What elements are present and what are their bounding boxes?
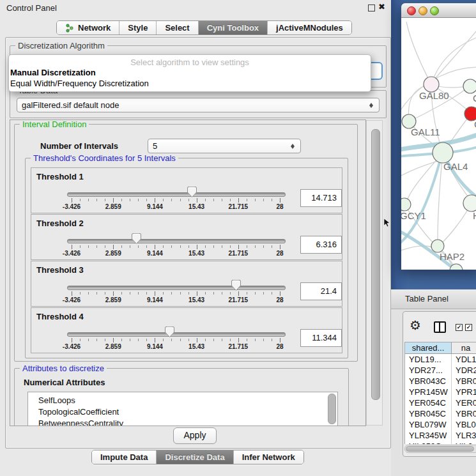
threshold-row: Threshold 4-3.4262.8599.14415.4321.71528… bbox=[31, 307, 342, 353]
table-row[interactable]: YER054CYER0 bbox=[405, 397, 476, 408]
list-scrollbar-thumb[interactable] bbox=[328, 394, 336, 424]
checkbox-icon[interactable]: ✓ bbox=[465, 324, 472, 331]
slider-track[interactable] bbox=[67, 286, 286, 290]
column-header-name[interactable]: na bbox=[452, 342, 476, 354]
tick-mark bbox=[121, 245, 122, 248]
table-row[interactable]: YDR27...YDR2 bbox=[405, 365, 476, 376]
numerical-attributes-list[interactable]: SelfLoopsTopologicalCoefficientBetweenne… bbox=[27, 392, 338, 426]
network-node[interactable] bbox=[431, 240, 444, 252]
cell-shared-name: YBR045C bbox=[405, 408, 452, 419]
tick-label: 21.715 bbox=[229, 343, 249, 350]
checkbox-icon[interactable]: ✓ bbox=[456, 324, 463, 331]
attribute-item[interactable]: TopologicalCoefficient bbox=[28, 406, 337, 418]
gear-icon[interactable]: ⚙ bbox=[410, 318, 421, 333]
threshold-value-field[interactable]: 6.316 bbox=[300, 236, 342, 254]
tick-mark bbox=[146, 199, 147, 201]
tab-infer-network[interactable]: Infer Network bbox=[233, 450, 303, 464]
scrollbar-thumb[interactable] bbox=[371, 129, 380, 400]
table-panel-header[interactable]: Table Panel bbox=[391, 289, 476, 309]
network-window-titlebar[interactable] bbox=[401, 3, 476, 18]
table-panel-title: Table Panel bbox=[405, 294, 449, 303]
settings-scroll-viewport[interactable]: Interval Definition Number of Intervals … bbox=[10, 119, 366, 426]
table-row[interactable]: YLR345WYLR3 bbox=[405, 430, 476, 441]
network-node[interactable] bbox=[401, 198, 411, 211]
algorithm-option[interactable]: Manual Discretization bbox=[10, 68, 96, 77]
tab-network[interactable]: Network bbox=[57, 21, 119, 35]
tab-discretize-data[interactable]: Discretize Data bbox=[156, 450, 233, 464]
panel-title: Control Panel bbox=[6, 3, 57, 13]
table-row[interactable]: YBR045CYBR0 bbox=[405, 408, 476, 419]
network-node[interactable] bbox=[463, 195, 476, 211]
table-row[interactable]: YBL079WYBL0 bbox=[405, 419, 476, 430]
table-row[interactable]: YBR043CYBR0 bbox=[405, 376, 476, 387]
close-traffic-light[interactable] bbox=[407, 6, 416, 15]
table-panel: ⚙ ✓ ✓ shared...naYDL19...YDL1YDR27...YDR… bbox=[403, 311, 476, 457]
tick-label: 15.43 bbox=[188, 343, 204, 350]
zoom-traffic-light[interactable] bbox=[430, 6, 439, 15]
tick-label: 15.43 bbox=[188, 250, 204, 257]
tick-mark bbox=[280, 245, 280, 249]
horizontal-scrollbar-thumb[interactable] bbox=[406, 446, 474, 452]
attribute-item[interactable]: BetweennessCentrality bbox=[28, 418, 337, 426]
tick-mark bbox=[197, 291, 197, 296]
threshold-label: Threshold 1 bbox=[36, 172, 84, 181]
horizontal-scrollbar[interactable] bbox=[404, 445, 476, 453]
tab-impute-data[interactable]: Impute Data bbox=[92, 450, 156, 464]
tick-mark bbox=[121, 199, 122, 201]
table-data-selected: galFiltered.sif default node bbox=[22, 100, 119, 110]
slider-thumb[interactable] bbox=[187, 187, 197, 197]
table-data-combo[interactable]: galFiltered.sif default node bbox=[17, 98, 380, 112]
tick-mark bbox=[171, 245, 172, 248]
right-region: GAL80GALCGAL11GAL4GCY1HHAP2 Table Panel … bbox=[391, 0, 476, 476]
tick-mark bbox=[272, 199, 272, 201]
tick-label: 21.715 bbox=[229, 296, 249, 303]
tab-select[interactable]: Select bbox=[156, 21, 197, 35]
slider-thumb[interactable] bbox=[231, 280, 241, 291]
tick-mark bbox=[205, 292, 206, 295]
tab-cyni-toolbox[interactable]: Cyni Toolbox bbox=[198, 21, 267, 35]
network-view-window[interactable]: GAL80GALCGAL11GAL4GCY1HHAP2 bbox=[401, 3, 476, 270]
algorithm-option[interactable]: Equal Width/Frequency Discretization bbox=[10, 79, 149, 88]
slider-thumb[interactable] bbox=[132, 233, 141, 244]
close-icon[interactable]: ✖ bbox=[378, 2, 385, 12]
number-of-intervals-combo[interactable]: 5 bbox=[148, 139, 301, 153]
control-panel-titlebar[interactable]: Control Panel ✖ bbox=[0, 0, 391, 17]
network-node[interactable] bbox=[463, 79, 476, 93]
column-header-shared-name[interactable]: shared... bbox=[405, 342, 452, 354]
threshold-value-field[interactable]: 21.4 bbox=[300, 282, 342, 300]
tick-mark bbox=[230, 339, 231, 341]
tab-style[interactable]: Style bbox=[119, 21, 156, 35]
network-node[interactable] bbox=[433, 142, 453, 163]
cell-shared-name: YLR345W bbox=[405, 430, 452, 441]
tick-mark bbox=[163, 292, 164, 295]
cell-shared-name: YDL19... bbox=[405, 354, 452, 365]
apply-button[interactable]: Apply bbox=[173, 427, 217, 444]
slider-track[interactable] bbox=[67, 192, 286, 197]
tick-mark bbox=[96, 292, 97, 295]
slider-thumb[interactable] bbox=[165, 326, 174, 337]
slider-track[interactable] bbox=[67, 332, 286, 337]
slider-track[interactable] bbox=[67, 239, 286, 243]
tick-label: 21.715 bbox=[229, 250, 249, 257]
threshold-value-field[interactable]: 11.344 bbox=[300, 329, 342, 347]
tick-mark bbox=[188, 292, 189, 295]
attribute-item[interactable]: SelfLoops bbox=[28, 395, 337, 406]
cell-name: YBR0 bbox=[452, 408, 476, 419]
tick-label: 28 bbox=[276, 250, 283, 257]
columns-icon[interactable] bbox=[434, 321, 446, 333]
tick-mark bbox=[113, 198, 114, 203]
table-row[interactable]: YPR145WYPR1 bbox=[405, 387, 476, 397]
threshold-value-field[interactable]: 14.713 bbox=[300, 189, 342, 207]
float-window-icon[interactable] bbox=[368, 4, 375, 12]
tab-jactivemnodules[interactable]: jActiveMNodules bbox=[267, 21, 351, 35]
table-row[interactable]: YIL052CYIL0 bbox=[405, 441, 476, 444]
network-node-label: GAL80 bbox=[419, 90, 449, 101]
tick-mark bbox=[121, 292, 122, 295]
minimize-traffic-light[interactable] bbox=[418, 6, 427, 15]
tick-mark bbox=[263, 292, 264, 295]
tick-label: 21.715 bbox=[229, 203, 249, 210]
tick-mark bbox=[155, 198, 155, 203]
table-row[interactable]: YDL19...YDL1 bbox=[405, 354, 476, 365]
network-canvas[interactable]: GAL80GALCGAL11GAL4GCY1HHAP2 bbox=[401, 18, 476, 270]
node-table[interactable]: shared...naYDL19...YDL1YDR27...YDR2YBR04… bbox=[404, 342, 476, 444]
